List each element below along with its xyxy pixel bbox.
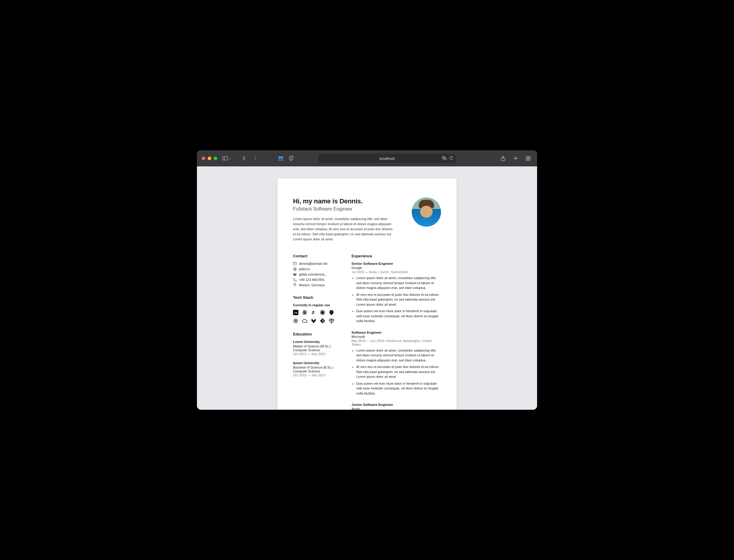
bio-text: Lorem ipsum dolor sit amet, consetetur s… <box>293 216 395 242</box>
role: Software Engineer <box>351 331 441 334</box>
translate-icon[interactable]: 文A <box>442 156 447 161</box>
contact-item: dennis@domain.tld <box>293 262 341 265</box>
contact-item: gitlab.com/dennis_ <box>293 273 341 276</box>
postgresql-icon <box>329 310 334 315</box>
ruby-icon <box>329 318 334 324</box>
reload-icon[interactable] <box>449 156 453 161</box>
svg-rect-14 <box>529 156 530 158</box>
typescript-icon: TS <box>293 310 298 315</box>
forward-button[interactable] <box>251 154 259 163</box>
resume-page: Hi, my name is Dennis. Fullstack Softwar… <box>277 178 457 410</box>
phone-icon <box>293 278 296 281</box>
page-title: Hi, my name is Dennis. <box>293 197 405 205</box>
contact-list: dennis@domain.tldjsdev.iogitlab.com/denn… <box>293 262 341 287</box>
dates: Oct 2010 — Sep 2013 <box>293 373 341 377</box>
svg-point-35 <box>295 321 296 321</box>
school-name: Ipsum University <box>293 361 341 365</box>
browser-window: ⌄ localhost 文A <box>197 150 537 410</box>
contact-value: Munich, Germany <box>299 283 325 287</box>
field: Computer Science <box>293 348 341 352</box>
cloud-icon <box>302 318 307 324</box>
svg-point-21 <box>294 284 295 285</box>
mail-icon <box>293 262 296 265</box>
experience-item: Senior Software EngineerGoogleJul 2020 —… <box>351 262 441 324</box>
experience-bullet: At vero eos et accusam et justo duo dolo… <box>356 364 441 379</box>
education-item: Ipsum UniversityBachelor of Science (B.S… <box>293 361 341 377</box>
svg-text:TS: TS <box>294 312 297 314</box>
dates: Oct 2013 — Sep 2015 <box>293 352 341 356</box>
tab-overview-button[interactable] <box>524 154 532 163</box>
techstack-grid: TS <box>293 310 341 324</box>
viewport[interactable]: Hi, my name is Dennis. Fullstack Softwar… <box>197 166 537 410</box>
shield-privacy-icon[interactable] <box>287 154 295 163</box>
experience-bullet: Duis autem vel eum iriure dolor in hendr… <box>356 309 441 324</box>
school-name: Lorem University <box>293 340 341 344</box>
role: Junior Software Engineer <box>351 403 441 406</box>
svg-point-3 <box>281 156 283 159</box>
education-heading: Education <box>293 332 341 336</box>
contact-value: +49 123 4567891 <box>299 278 324 281</box>
education-list: Lorem UniversityMaster of Science (M.Sc.… <box>293 340 341 377</box>
back-button[interactable] <box>240 154 248 163</box>
experience-bullets: Lorem ipsum dolor sit amet, consetetur s… <box>351 348 441 396</box>
degree: Master of Science (M.Sc.) <box>293 344 341 348</box>
close-window-button[interactable] <box>202 157 205 160</box>
experience-bullet: Duis autem vel eum iriure dolor in hendr… <box>356 381 441 396</box>
experience-bullet: Lorem ipsum dolor sit amet, consetetur s… <box>356 348 441 363</box>
chevron-down-icon: ⌄ <box>228 157 231 160</box>
svg-point-31 <box>332 312 332 312</box>
gitlab-icon <box>311 318 316 324</box>
experience-list: Senior Software EngineerGoogleJul 2020 —… <box>351 262 441 410</box>
experience-bullets: Lorem ipsum dolor sit amet, consetetur s… <box>351 276 441 324</box>
gitlab-icon <box>293 273 296 276</box>
svg-text:文: 文 <box>443 157 444 158</box>
contact-value: dennis@domain.tld <box>299 262 327 265</box>
minimize-window-button[interactable] <box>208 157 211 160</box>
reactnative-icon <box>293 318 298 324</box>
url-bar[interactable]: localhost 文A <box>318 154 456 163</box>
experience-bullet: At vero eos et accusam et justo duo dolo… <box>356 292 441 307</box>
svg-rect-4 <box>278 160 283 160</box>
contact-item: Munich, Germany <box>293 283 341 287</box>
company: Google <box>351 266 441 270</box>
contact-value: gitlab.com/dennis_ <box>299 273 326 276</box>
svg-rect-0 <box>223 157 228 160</box>
nodejs-icon <box>320 310 325 315</box>
experience-item: Junior Software EngineerAppleNov 2015 — … <box>351 403 441 410</box>
tailwind-icon <box>311 310 316 315</box>
job-meta: Mar 2018 — Jun 2020 • Redmond, Washingto… <box>351 339 441 346</box>
sidebar-toggle-button[interactable]: ⌄ <box>222 154 231 163</box>
contact-item: +49 123 4567891 <box>293 278 341 281</box>
share-button[interactable] <box>499 154 507 163</box>
education-item: Lorem UniversityMaster of Science (M.Sc.… <box>293 340 341 356</box>
new-tab-button[interactable] <box>512 154 520 163</box>
svg-point-2 <box>278 156 281 159</box>
contact-value: jsdev.io <box>299 267 310 271</box>
git-icon <box>320 318 325 324</box>
svg-point-27 <box>304 312 305 313</box>
experience-heading: Experience <box>351 254 441 258</box>
techstack-subheading: Currently in regular use <box>293 303 341 307</box>
svg-point-30 <box>330 312 331 312</box>
contact-heading: Contact <box>293 254 341 258</box>
experience-item: Software EngineerMicrosoftMar 2018 — Jun… <box>351 331 441 396</box>
react-icon <box>302 310 307 315</box>
degree: Bachelor of Science (B.Sc.) <box>293 366 341 369</box>
maximize-window-button[interactable] <box>214 157 217 160</box>
svg-rect-15 <box>526 159 528 160</box>
url-text: localhost <box>380 156 395 161</box>
window-controls <box>202 157 217 160</box>
avatar <box>412 197 441 227</box>
techstack-heading: Tech Stack <box>293 295 341 300</box>
page-subtitle: Fullstack Software Engineer <box>293 206 405 212</box>
svg-rect-16 <box>529 159 530 160</box>
contact-item: jsdev.io <box>293 267 341 271</box>
svg-marker-29 <box>321 311 324 314</box>
svg-text:A: A <box>445 158 446 160</box>
extension-devtools-icon[interactable] <box>277 155 284 162</box>
svg-rect-13 <box>526 156 528 158</box>
experience-bullet: Lorem ipsum dolor sit amet, consetetur s… <box>356 276 441 290</box>
role: Senior Software Engineer <box>351 262 441 265</box>
globe-icon <box>293 267 296 271</box>
browser-toolbar: ⌄ localhost 文A <box>197 150 537 166</box>
